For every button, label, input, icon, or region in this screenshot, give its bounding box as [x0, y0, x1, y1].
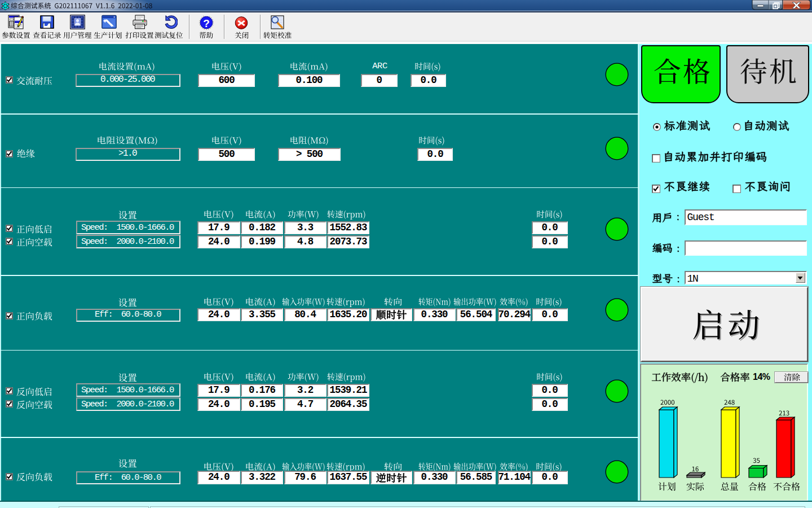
svg-text:?: ?	[203, 17, 210, 29]
